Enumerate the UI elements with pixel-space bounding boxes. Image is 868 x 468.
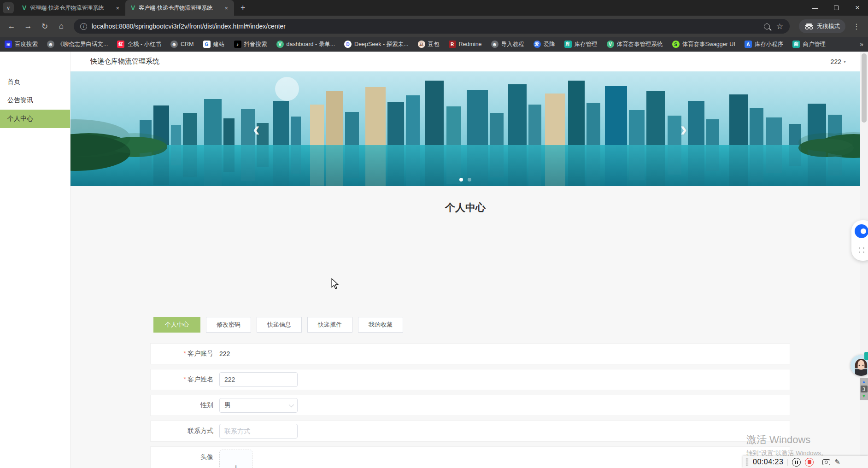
bookmark-item[interactable]: 红全栈 - 小红书: [117, 41, 161, 48]
scroll-down-icon[interactable]: ▼: [862, 394, 866, 398]
bookmark-item[interactable]: ⊕导入教程: [491, 41, 524, 48]
bookmark-label: CRM: [181, 41, 194, 47]
close-tab-icon[interactable]: ×: [114, 5, 121, 12]
profile-tabs: 个人中心修改密码快递信息快递揽件我的收藏: [153, 317, 403, 333]
required-asterisk: *: [184, 375, 186, 383]
annotate-pencil-button[interactable]: ✎: [834, 458, 840, 466]
city-skyline-image: [70, 71, 860, 186]
assistant-icon[interactable]: [855, 224, 868, 238]
bookmark-item[interactable]: ⊕CRM: [170, 41, 194, 48]
bookmark-label: 豆包: [428, 41, 440, 48]
user-dropdown[interactable]: 222 ▾: [831, 58, 846, 65]
tab-search-dropdown[interactable]: ∨: [3, 2, 14, 13]
bookmark-label: DeepSeek - 探索未...: [354, 41, 408, 48]
bookmark-item[interactable]: V体育赛事管理系统: [607, 41, 663, 48]
bookmark-item[interactable]: 库库存管理: [564, 41, 598, 48]
carousel-dot-active[interactable]: [459, 178, 463, 181]
side-tab-handle[interactable]: [864, 352, 868, 360]
assistant-widget[interactable]: [851, 220, 868, 261]
scroll-count-badge: 3: [861, 386, 868, 392]
form-row-avatar: 头像 +: [150, 446, 790, 468]
bookmark-star-icon[interactable]: ☆: [776, 22, 783, 31]
back-button[interactable]: ←: [5, 19, 18, 33]
carousel-prev-button[interactable]: ‹: [253, 119, 260, 139]
forward-button[interactable]: →: [21, 19, 35, 33]
bookmark-item[interactable]: 豆豆包: [418, 41, 440, 48]
field-label-name: *客户姓名: [151, 375, 213, 384]
incognito-icon: [804, 23, 814, 29]
scroll-up-icon[interactable]: ▲: [862, 380, 866, 384]
field-label-account: *客户账号: [151, 350, 213, 358]
bookmark-label: 商户管理: [803, 41, 826, 48]
browser-tab-client[interactable]: V 客户端-快递仓库物流管理系统 ×: [125, 0, 234, 16]
chevron-down-icon: ∨: [6, 5, 10, 11]
tab-快递信息[interactable]: 快递信息: [257, 317, 302, 333]
bookmark-item[interactable]: RRedmine: [449, 41, 482, 48]
bookmark-label: 爱降: [544, 41, 555, 48]
bookmark-item[interactable]: ⊕《聊斋志异白话文...: [47, 41, 108, 48]
page-title: 个人中心: [70, 201, 860, 215]
refresh-button[interactable]: ↻: [38, 19, 52, 33]
tab-个人中心[interactable]: 个人中心: [153, 317, 200, 333]
bookmark-label: dashboard - 录单...: [287, 41, 335, 48]
bookmarks-bar: ⊞百度搜索⊕《聊斋志异白话文...红全栈 - 小红书⊕CRMG建站♪抖音搜索Vd…: [0, 37, 868, 52]
sidebar-item-公告资讯[interactable]: 公告资讯: [0, 91, 70, 110]
bookmark-item[interactable]: A库存小程序: [745, 41, 784, 48]
close-tab-icon[interactable]: ×: [223, 5, 229, 12]
globe-icon: ⊕: [491, 41, 499, 48]
close-window-button[interactable]: ×: [847, 0, 868, 16]
drag-handle-icon[interactable]: [745, 458, 749, 466]
home-button[interactable]: ⌂: [54, 19, 68, 33]
bookmark-item[interactable]: G建站: [203, 41, 225, 48]
deepseek-whale-icon: D: [344, 41, 352, 48]
sidebar-item-个人中心[interactable]: 个人中心: [0, 110, 70, 128]
screenshot-camera-button[interactable]: [822, 459, 830, 465]
stop-recording-button[interactable]: [805, 458, 814, 467]
window-controls: — ×: [804, 0, 868, 16]
form-row-name: *客户姓名: [150, 369, 790, 390]
tab-title: 客户端-快递仓库物流管理系统: [139, 4, 219, 12]
restore-button[interactable]: [826, 0, 847, 16]
bookmark-label: 全栈 - 小红书: [127, 41, 161, 48]
activate-line1: 激活 Windows: [746, 433, 827, 447]
bookmark-item[interactable]: Vdashboard - 录单...: [276, 41, 335, 48]
drag-handle-icon[interactable]: [857, 246, 866, 255]
tab-快递揽件[interactable]: 快递揽件: [307, 317, 352, 333]
address-bar[interactable]: i localhost:8080/springbootcvi3rf2v/fron…: [74, 19, 790, 34]
browser-tab-admin[interactable]: V 管理端-快递仓库物流管理系统 ×: [17, 0, 125, 16]
carousel-dot[interactable]: [468, 178, 471, 181]
chevron-down-icon: [289, 402, 294, 407]
sidebar-item-首页[interactable]: 首页: [0, 73, 70, 91]
redmine-icon: R: [449, 41, 456, 48]
bookmark-label: 抖音搜索: [244, 41, 267, 48]
url-text[interactable]: localhost:8080/springbootcvi3rf2v/front/…: [92, 23, 286, 30]
avatar-upload-button[interactable]: +: [219, 450, 252, 468]
site-info-icon[interactable]: i: [80, 23, 87, 30]
name-input[interactable]: [219, 372, 298, 387]
bookmarks-overflow-button[interactable]: »: [856, 41, 863, 48]
bookmark-item[interactable]: DDeepSeek - 探索未...: [344, 41, 408, 48]
bookmark-label: Redmine: [459, 41, 482, 47]
browser-menu-button[interactable]: ⋮: [848, 22, 863, 31]
scroll-nav-widget: ▲ 3 ▼: [860, 378, 868, 400]
tab-我的收藏[interactable]: 我的收藏: [358, 317, 403, 333]
new-tab-button[interactable]: +: [234, 3, 252, 13]
tab-修改密码[interactable]: 修改密码: [206, 317, 251, 333]
bookmark-item[interactable]: ♪抖音搜索: [234, 41, 267, 48]
zoom-icon[interactable]: [764, 23, 770, 29]
bookmark-item[interactable]: ⊞百度搜索: [5, 41, 38, 48]
bookmark-item[interactable]: 爱爱降: [534, 41, 555, 48]
gender-select[interactable]: 男: [219, 398, 298, 413]
bookmark-item[interactable]: 商商户管理: [792, 41, 826, 48]
minimize-button[interactable]: —: [804, 0, 826, 16]
bookmark-label: 建站: [213, 41, 225, 48]
carousel-next-button[interactable]: ›: [680, 119, 687, 139]
scrollbar-thumb[interactable]: [862, 53, 867, 123]
bookmark-item[interactable]: S体育赛事Swagger UI: [672, 41, 735, 48]
pause-recording-button[interactable]: [792, 458, 801, 467]
aijiang-icon: 爱: [534, 41, 541, 48]
bookmark-label: 库存管理: [575, 41, 598, 48]
activate-windows-watermark: 激活 Windows 转到“设置”以激活 Windows。: [746, 433, 827, 457]
contact-input[interactable]: [219, 424, 298, 439]
caret-down-icon: ▾: [844, 59, 846, 64]
